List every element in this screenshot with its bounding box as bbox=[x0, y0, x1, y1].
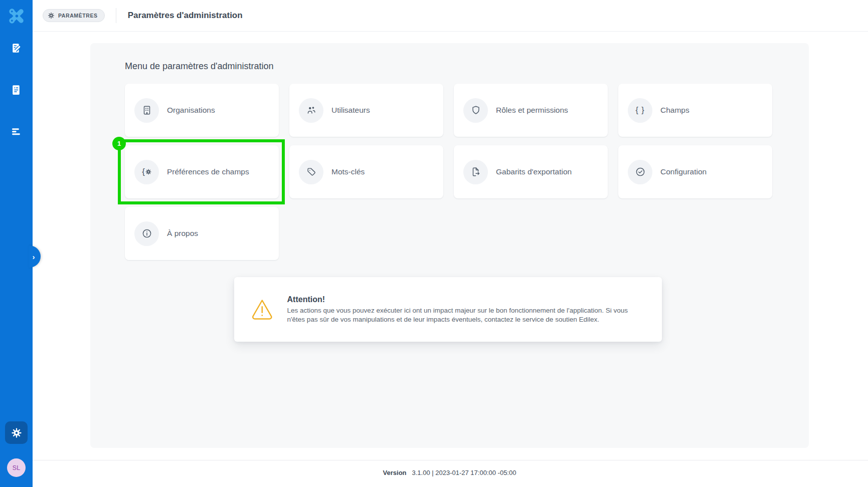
info-icon bbox=[141, 228, 152, 239]
card-label: Utilisateurs bbox=[331, 106, 370, 115]
warning-title: Attention! bbox=[287, 295, 640, 304]
menu-lines-icon bbox=[10, 125, 23, 138]
settings-cards-grid: Organisations Utilisateurs Rôles et perm… bbox=[125, 84, 772, 260]
sidebar-nav bbox=[0, 39, 33, 140]
version-value: 3.1.00 | 2023-01-27 17:00:00 -05:00 bbox=[412, 469, 516, 476]
card-roles-permissions[interactable]: Rôles et permissions bbox=[454, 84, 608, 137]
gear-icon bbox=[11, 427, 22, 438]
sidebar-item-lists[interactable] bbox=[8, 122, 26, 140]
sidebar-item-settings-active[interactable] bbox=[5, 421, 28, 444]
user-initials: SL bbox=[13, 464, 20, 471]
warning-card: Attention! Les actions que vous pouvez e… bbox=[234, 277, 662, 342]
panel-heading: Menu de paramètres d'administration bbox=[125, 61, 274, 72]
breadcrumb[interactable]: PARAMÈTRES bbox=[43, 9, 105, 22]
card-label: Gabarits d'exportation bbox=[496, 167, 572, 176]
sidebar-item-documents[interactable] bbox=[8, 81, 26, 99]
admin-settings-panel: Menu de paramètres d'administration Orga… bbox=[90, 43, 809, 448]
top-header: PARAMÈTRES Paramètres d'administration bbox=[33, 0, 868, 32]
step-badge: 1 bbox=[112, 137, 126, 150]
page-title: Paramètres d'administration bbox=[128, 11, 243, 21]
card-preferences-de-champs[interactable]: { bbox=[125, 145, 279, 198]
sidebar-expand-tab[interactable]: › bbox=[29, 246, 41, 268]
users-icon bbox=[306, 105, 317, 116]
card-utilisateurs[interactable]: Utilisateurs bbox=[289, 84, 443, 137]
building-icon bbox=[141, 105, 152, 116]
version-label: Version bbox=[383, 469, 407, 476]
header-divider bbox=[116, 8, 116, 23]
card-organisations[interactable]: Organisations bbox=[125, 84, 279, 137]
breadcrumb-label: PARAMÈTRES bbox=[58, 13, 98, 19]
sidebar: › SL bbox=[0, 0, 33, 487]
user-avatar[interactable]: SL bbox=[7, 458, 26, 477]
braces-icon: { } bbox=[635, 106, 644, 115]
footer: Version 3.1.00 | 2023-01-27 17:00:00 -05… bbox=[90, 469, 809, 476]
card-champs[interactable]: { } Champs bbox=[618, 84, 772, 137]
app-logo[interactable] bbox=[0, 0, 33, 32]
card-label: À propos bbox=[167, 229, 198, 238]
warning-body: Les actions que vous pouvez exécuter ici… bbox=[287, 306, 640, 324]
card-gabarits-exportation[interactable]: Gabarits d'exportation bbox=[454, 145, 608, 198]
footer-divider bbox=[33, 460, 868, 460]
card-label: Mots-clés bbox=[331, 167, 365, 176]
app-logo-x-icon bbox=[6, 5, 28, 27]
card-label: Configuration bbox=[660, 167, 707, 176]
card-label: Organisations bbox=[167, 106, 215, 115]
shield-icon bbox=[470, 105, 481, 116]
contract-edit-icon bbox=[10, 42, 23, 55]
gear-icon bbox=[48, 12, 55, 19]
chevron-right-icon: › bbox=[33, 253, 35, 261]
document-list-icon bbox=[10, 84, 23, 96]
warning-triangle-icon bbox=[251, 299, 274, 320]
card-label: Champs bbox=[660, 106, 689, 115]
sidebar-item-contracts[interactable] bbox=[8, 39, 26, 57]
card-a-propos[interactable]: À propos bbox=[125, 207, 279, 260]
tag-icon bbox=[306, 166, 317, 177]
card-configuration[interactable]: Configuration bbox=[618, 145, 772, 198]
card-label: Rôles et permissions bbox=[496, 106, 568, 115]
card-mots-cles[interactable]: Mots-clés bbox=[289, 145, 443, 198]
check-badge-icon bbox=[635, 166, 646, 177]
export-document-icon bbox=[470, 166, 481, 177]
brace-gear-icon: { bbox=[142, 167, 151, 177]
card-label: Préférences de champs bbox=[167, 167, 249, 176]
